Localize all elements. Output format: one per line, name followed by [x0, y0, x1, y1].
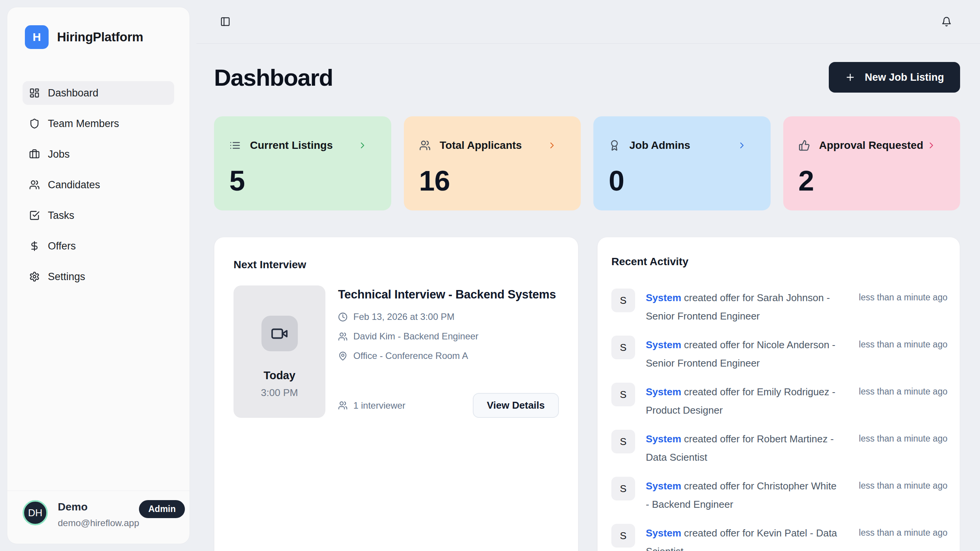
award-icon: [609, 140, 620, 151]
sidebar-item-candidates[interactable]: Candidates: [23, 173, 174, 197]
activity-avatar: S: [611, 289, 635, 312]
recent-activity-title: Recent Activity: [611, 256, 947, 268]
page-head: Dashboard New Job Listing: [214, 62, 960, 93]
sidebar-item-label: Offers: [48, 240, 76, 252]
activity-text: System created offer for Christopher Whi…: [646, 477, 837, 514]
sidebar-item-label: Settings: [48, 271, 85, 283]
chevron-right-icon: [358, 140, 368, 150]
interview-person: David Kim - Backend Engineer: [353, 331, 479, 342]
activity-actor: System: [646, 339, 681, 350]
activity-avatar: S: [611, 524, 635, 548]
users-icon: [419, 140, 431, 151]
activity-item: S System created offer for Christopher W…: [611, 477, 947, 514]
interview-meta-list: Feb 13, 2026 at 3:00 PM David Kim - Back…: [338, 311, 559, 361]
activity-timestamp: less than a minute ago: [859, 336, 947, 350]
user-menu[interactable]: DH Demo demo@hireflow.app Admin: [7, 491, 189, 544]
users-icon: [338, 401, 348, 410]
thumbs-up-icon: [799, 140, 810, 151]
stat-label: Current Listings: [250, 139, 333, 152]
shield-icon: [29, 118, 40, 129]
topbar: [196, 0, 980, 44]
sidebar-toggle-icon[interactable]: [220, 16, 230, 27]
activity-actor: System: [646, 433, 681, 445]
stats-row: Current Listings 5 Total Applicants 16 J…: [214, 116, 960, 210]
plus-icon: [845, 72, 856, 83]
briefcase-icon: [29, 149, 40, 160]
dashboard-icon: [29, 88, 40, 98]
new-job-listing-label: New Job Listing: [865, 72, 944, 83]
activity-item: S System created offer for Kevin Patel -…: [611, 524, 947, 551]
user-meta: Demo demo@hireflow.app: [58, 500, 139, 528]
activity-actor: System: [646, 386, 681, 398]
avatar-initials: DH: [28, 507, 42, 519]
user-name: Demo: [58, 501, 139, 513]
sidebar: H HiringPlatform Dashboard Team Members …: [7, 7, 190, 544]
users-icon: [29, 179, 40, 190]
sidebar-item-offers[interactable]: Offers: [23, 234, 174, 258]
dollar-icon: [29, 241, 40, 251]
check-square-icon: [29, 210, 40, 221]
next-interview-title: Next Interview: [234, 259, 559, 271]
new-job-listing-button[interactable]: New Job Listing: [829, 62, 960, 93]
view-details-button[interactable]: View Details: [473, 393, 559, 418]
activity-text: System created offer for Nicole Anderson…: [646, 336, 837, 372]
activity-text: System created offer for Emily Rodriguez…: [646, 383, 837, 419]
stat-card-approval-requested[interactable]: Approval Requested 2: [783, 116, 960, 210]
chevron-right-icon: [926, 140, 936, 150]
activity-list: S System created offer for Sarah Johnson…: [611, 289, 947, 551]
activity-text: System created offer for Kevin Patel - D…: [646, 524, 837, 551]
content: Dashboard New Job Listing Current Listin…: [196, 62, 980, 551]
stat-value: 16: [419, 165, 566, 197]
recent-activity-panel: Recent Activity S System created offer f…: [597, 237, 960, 551]
activity-text: System created offer for Robert Martinez…: [646, 430, 837, 466]
activity-text: System created offer for Sarah Johnson -…: [646, 289, 837, 325]
stat-value: 5: [229, 165, 376, 197]
stat-card-current-listings[interactable]: Current Listings 5: [214, 116, 391, 210]
users-icon: [338, 332, 348, 341]
interviewer-count-row: 1 interviewer: [338, 400, 405, 411]
activity-timestamp: less than a minute ago: [859, 524, 947, 538]
sidebar-item-label: Team Members: [48, 118, 119, 130]
activity-avatar: S: [611, 477, 635, 500]
stat-card-job-admins[interactable]: Job Admins 0: [593, 116, 771, 210]
activity-actor: System: [646, 480, 681, 492]
stat-value: 2: [799, 165, 945, 197]
interviewer-count: 1 interviewer: [353, 400, 405, 411]
activity-avatar: S: [611, 383, 635, 406]
notifications-bell-icon[interactable]: [941, 16, 952, 27]
interview-bottom-row: 1 interviewer View Details: [338, 393, 559, 418]
stat-card-total-applicants[interactable]: Total Applicants 16: [404, 116, 581, 210]
next-interview-panel: Next Interview Today 3:00 PM Technical I…: [214, 237, 578, 551]
sidebar-item-dashboard[interactable]: Dashboard: [23, 81, 174, 105]
user-email: demo@hireflow.app: [58, 518, 139, 528]
activity-actor: System: [646, 527, 681, 539]
activity-item: S System created offer for Robert Martin…: [611, 430, 947, 466]
map-pin-icon: [338, 351, 348, 361]
clock-icon: [338, 312, 348, 322]
interview-card: Today 3:00 PM Technical Interview - Back…: [234, 285, 559, 418]
brand-logo-letter: H: [33, 31, 41, 44]
stat-value: 0: [609, 165, 755, 197]
interview-datetime-row: Feb 13, 2026 at 3:00 PM: [338, 311, 559, 322]
sidebar-item-label: Dashboard: [48, 87, 98, 99]
interview-details: Technical Interview - Backend Systems Fe…: [338, 285, 559, 418]
activity-item: S System created offer for Sarah Johnson…: [611, 289, 947, 325]
interview-date-tile: Today 3:00 PM: [234, 285, 325, 418]
page-title: Dashboard: [214, 64, 333, 91]
brand-name: HiringPlatform: [57, 30, 143, 44]
avatar: DH: [23, 500, 48, 525]
activity-timestamp: less than a minute ago: [859, 430, 947, 444]
video-icon-box: [261, 316, 298, 351]
main-area: Dashboard New Job Listing Current Listin…: [196, 0, 980, 551]
interview-datetime: Feb 13, 2026 at 3:00 PM: [353, 311, 454, 322]
brand-logo: H: [25, 25, 49, 49]
sidebar-item-team-members[interactable]: Team Members: [23, 112, 174, 135]
chevron-right-icon: [547, 140, 557, 150]
list-icon: [229, 140, 241, 151]
sidebar-item-tasks[interactable]: Tasks: [23, 204, 174, 227]
sidebar-item-label: Candidates: [48, 179, 100, 191]
interview-heading: Technical Interview - Backend Systems: [338, 285, 559, 303]
sidebar-item-settings[interactable]: Settings: [23, 265, 174, 289]
activity-avatar: S: [611, 430, 635, 453]
sidebar-item-jobs[interactable]: Jobs: [23, 142, 174, 166]
